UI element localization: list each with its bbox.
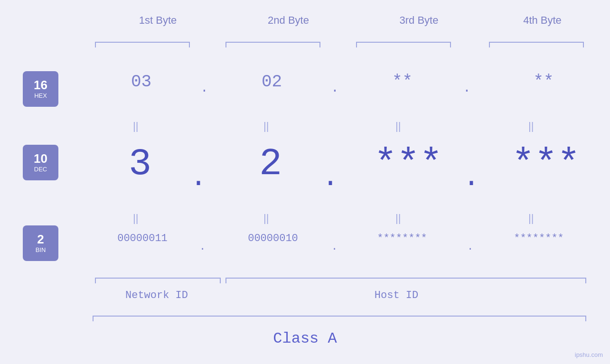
main-container: 16 HEX 10 DEC 2 BIN 1st Byte 2nd Byte 3r… (0, 0, 610, 364)
eq-1: || (133, 120, 138, 132)
network-id-bracket (95, 278, 221, 279)
host-id-label: Host ID (332, 289, 460, 301)
dec-badge-label: DEC (34, 166, 47, 173)
bin-byte2: 00000010 (218, 233, 328, 244)
eq-2: || (263, 120, 269, 132)
bracket-4 (489, 42, 584, 43)
bin-badge-label: BIN (36, 246, 46, 253)
hex-byte3: ** (363, 72, 441, 92)
dec-dot2: . (322, 161, 339, 194)
bracket-1 (95, 42, 190, 43)
col-header-1: 1st Byte (93, 14, 223, 27)
eq-5: || (133, 212, 138, 224)
class-bracket (93, 316, 586, 317)
class-a-label: Class A (0, 330, 610, 347)
hex-badge-label: HEX (34, 92, 47, 99)
dec-dot3: . (463, 161, 480, 194)
network-id-label: Network ID (93, 289, 221, 301)
dec-byte2: 2 (223, 142, 318, 186)
eq-4: || (528, 120, 534, 132)
eq-3: || (395, 120, 401, 132)
hex-badge-num: 16 (34, 79, 47, 91)
hex-byte2: 02 (233, 72, 311, 92)
bin-dot2: . (331, 241, 338, 253)
col-header-4: 4th Byte (484, 14, 601, 27)
eq-6: || (263, 212, 269, 224)
bin-byte3: ******** (347, 233, 457, 244)
bin-badge: 2 BIN (23, 225, 58, 261)
bracket-2 (225, 42, 320, 43)
watermark: ipshu.com (575, 351, 603, 358)
bracket-3 (356, 42, 451, 43)
hex-byte1: 03 (102, 72, 180, 92)
bin-byte1: 00000011 (88, 233, 197, 244)
hex-byte4: ** (496, 72, 591, 92)
host-id-bracket (225, 278, 586, 279)
dec-byte3: *** (347, 142, 470, 186)
hex-dot1: . (200, 81, 208, 95)
col-header-3: 3rd Byte (354, 14, 484, 27)
bin-byte4: ******** (482, 233, 596, 244)
dec-dot1: . (190, 161, 207, 194)
bin-dot1: . (199, 241, 206, 253)
eq-8: || (528, 212, 534, 224)
eq-7: || (395, 212, 401, 224)
bin-dot3: . (467, 241, 473, 253)
col-header-2: 2nd Byte (223, 14, 354, 27)
dec-badge: 10 DEC (23, 145, 58, 180)
hex-badge: 16 HEX (23, 71, 58, 107)
bin-badge-num: 2 (37, 233, 44, 245)
dec-badge-num: 10 (34, 152, 47, 165)
dec-byte1: 3 (93, 142, 188, 186)
hex-dot2: . (331, 81, 339, 95)
dec-byte4: *** (484, 142, 608, 186)
hex-dot3: . (463, 81, 471, 95)
